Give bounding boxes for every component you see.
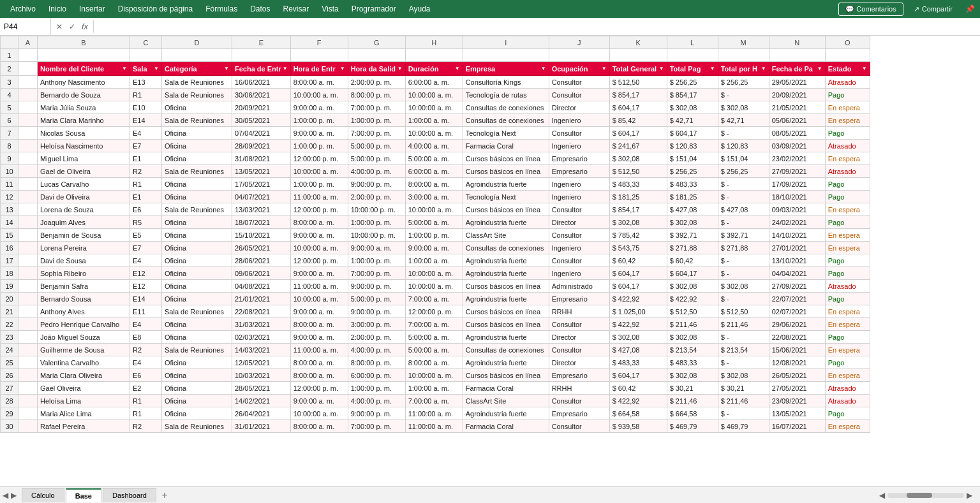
cell-17k[interactable]: $ 60,42	[609, 254, 667, 267]
cell-5c[interactable]: E10	[130, 101, 162, 114]
cell-1h[interactable]	[405, 49, 463, 62]
cell-3b[interactable]: Anthony Nascimento	[38, 76, 130, 89]
cell-19b[interactable]: Benjamin Safra	[38, 280, 130, 293]
col-header-i[interactable]: I	[463, 36, 549, 49]
cell-10e[interactable]: 13/05/2021	[232, 165, 291, 178]
cell-11a[interactable]	[19, 178, 38, 191]
col-header-g[interactable]: G	[348, 36, 405, 49]
cell-10k[interactable]: $ 512,50	[609, 165, 667, 178]
cell-1m[interactable]	[718, 49, 769, 62]
cell-2a[interactable]	[19, 62, 38, 76]
col-header-l[interactable]: L	[667, 36, 718, 49]
cell-23d[interactable]: Oficina	[162, 331, 232, 344]
cell-30g[interactable]: 7:00:00 p. m.	[348, 420, 405, 433]
cell-14d[interactable]: Oficina	[162, 216, 232, 229]
col-header-e[interactable]: E	[232, 36, 291, 49]
cell-23l[interactable]: $ 302,08	[667, 331, 718, 344]
cell-14e[interactable]: 18/07/2021	[232, 216, 291, 229]
cell-26l[interactable]: $ 302,08	[667, 369, 718, 382]
menu-datos[interactable]: Datos	[245, 3, 275, 15]
cell-23i[interactable]: Agroindustria fuerte	[463, 331, 549, 344]
cell-8g[interactable]: 5:00:00 p. m.	[348, 140, 405, 152]
cell-5f[interactable]: 9:00:00 a. m.	[290, 101, 348, 114]
confirm-formula-icon[interactable]: ✓	[66, 21, 78, 33]
cell-20d[interactable]: Oficina	[162, 293, 232, 305]
cell-29a[interactable]	[19, 407, 38, 420]
cell-26d[interactable]: Oficina	[162, 369, 232, 382]
cell-22e[interactable]: 31/03/2021	[232, 318, 291, 331]
cell-4i[interactable]: Tecnología de rutas	[463, 89, 549, 101]
cell-30l[interactable]: $ 469,79	[667, 420, 718, 433]
cell-6f[interactable]: 1:00:00 p. m.	[290, 114, 348, 127]
cell-3m[interactable]: $ 256,25	[718, 76, 769, 89]
cell-18i[interactable]: Agroindustria fuerte	[463, 267, 549, 280]
cell-27a[interactable]	[19, 382, 38, 395]
cell-19i[interactable]: Cursos básicos en línea	[463, 280, 549, 293]
cell-6b[interactable]: Maria Clara Marinho	[38, 114, 130, 127]
cell-19k[interactable]: $ 604,17	[609, 280, 667, 293]
cell-6a[interactable]	[19, 114, 38, 127]
cell-7i[interactable]: Tecnología Next	[463, 127, 549, 140]
header-empresa[interactable]: Empresa ▼	[463, 62, 549, 76]
cell-21e[interactable]: 22/08/2021	[232, 305, 291, 318]
cell-20f[interactable]: 10:00:00 a. m.	[290, 293, 348, 305]
cell-25n[interactable]: 12/08/2021	[769, 356, 825, 369]
cell-20i[interactable]: Agroindustria fuerte	[463, 293, 549, 305]
cell-26c[interactable]: E6	[130, 369, 162, 382]
cell-7m[interactable]: $ -	[718, 127, 769, 140]
cell-22k[interactable]: $ 422,92	[609, 318, 667, 331]
header-estado[interactable]: Estado ▼	[825, 62, 870, 76]
cell-26k[interactable]: $ 604,17	[609, 369, 667, 382]
cell-14o[interactable]: Pago	[825, 216, 870, 229]
cell-24n[interactable]: 15/06/2021	[769, 344, 825, 356]
cell-13m[interactable]: $ 427,08	[718, 203, 769, 216]
cell-3a[interactable]	[19, 76, 38, 89]
cell-13b[interactable]: Lorena de Souza	[38, 203, 130, 216]
cell-3h[interactable]: 6:00:00 a. m.	[405, 76, 463, 89]
cell-8k[interactable]: $ 241,67	[609, 140, 667, 152]
cell-21f[interactable]: 9:00:00 a. m.	[290, 305, 348, 318]
cell-24c[interactable]: R2	[130, 344, 162, 356]
cell-24h[interactable]: 5:00:00 a. m.	[405, 344, 463, 356]
cell-1i[interactable]	[463, 49, 549, 62]
cell-26o[interactable]: En espera	[825, 369, 870, 382]
cell-11d[interactable]: Oficina	[162, 178, 232, 191]
cell-16f[interactable]: 10:00:00 a. m.	[290, 242, 348, 254]
cell-4a[interactable]	[19, 89, 38, 101]
cell-8h[interactable]: 4:00:00 a. m.	[405, 140, 463, 152]
cell-17n[interactable]: 13/10/2021	[769, 254, 825, 267]
cell-10f[interactable]: 10:00:00 a. m.	[290, 165, 348, 178]
cell-30b[interactable]: Rafael Pereira	[38, 420, 130, 433]
cell-9h[interactable]: 5:00:00 a. m.	[405, 152, 463, 165]
cell-6m[interactable]: $ 42,71	[718, 114, 769, 127]
cell-12b[interactable]: Davi de Oliveira	[38, 191, 130, 203]
cell-5j[interactable]: Director	[549, 101, 609, 114]
cell-24d[interactable]: Sala de Reuniones	[162, 344, 232, 356]
cell-13g[interactable]: 10:00:00 p. m.	[348, 203, 405, 216]
cell-10g[interactable]: 4:00:00 p. m.	[348, 165, 405, 178]
cell-1g[interactable]	[348, 49, 405, 62]
cell-22f[interactable]: 8:00:00 a. m.	[290, 318, 348, 331]
cell-23e[interactable]: 02/03/2021	[232, 331, 291, 344]
cell-4k[interactable]: $ 854,17	[609, 89, 667, 101]
cell-27g[interactable]: 1:00:00 p. m.	[348, 382, 405, 395]
cell-16b[interactable]: Lorena Pereira	[38, 242, 130, 254]
cell-27j[interactable]: RRHH	[549, 382, 609, 395]
cell-14l[interactable]: $ 302,08	[667, 216, 718, 229]
cell-4o[interactable]: Pago	[825, 89, 870, 101]
cell-8b[interactable]: Heloísa Nascimento	[38, 140, 130, 152]
cell-22m[interactable]: $ 211,46	[718, 318, 769, 331]
cell-20j[interactable]: Empresario	[549, 293, 609, 305]
cell-10a[interactable]	[19, 165, 38, 178]
col-header-h[interactable]: H	[405, 36, 463, 49]
cell-15n[interactable]: 14/10/2021	[769, 229, 825, 242]
col-header-k[interactable]: K	[609, 36, 667, 49]
cell-30j[interactable]: Consultor	[549, 420, 609, 433]
cell-11h[interactable]: 8:00:00 a. m.	[405, 178, 463, 191]
cell-12m[interactable]: $ -	[718, 191, 769, 203]
col-header-d[interactable]: D	[162, 36, 232, 49]
cell-29c[interactable]: R1	[130, 407, 162, 420]
cell-21b[interactable]: Anthony Alves	[38, 305, 130, 318]
cell-30f[interactable]: 8:00:00 a. m.	[290, 420, 348, 433]
cell-29f[interactable]: 10:00:00 a. m.	[290, 407, 348, 420]
